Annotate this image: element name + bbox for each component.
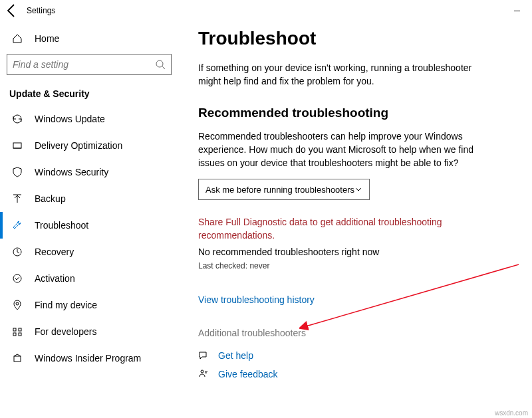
section-title: Update & Security (9, 88, 172, 99)
minimize-icon (513, 7, 521, 15)
nav-label: Find my device (35, 300, 97, 310)
back-button[interactable] (4, 3, 20, 19)
sidebar: Home Update & Security Windows Update De… (0, 21, 178, 418)
location-icon (12, 300, 23, 310)
developers-icon (12, 326, 23, 337)
nav-label: Troubleshoot (35, 220, 88, 231)
minimize-button[interactable] (501, 0, 532, 21)
nav-label: Windows Security (35, 167, 108, 177)
window-title: Settings (27, 6, 55, 15)
svg-point-8 (13, 274, 21, 282)
wrench-icon (12, 220, 23, 231)
feedback-icon (198, 369, 209, 379)
get-help-link[interactable]: Get help (198, 350, 512, 361)
check-circle-icon (12, 273, 23, 284)
nav-label: Windows Update (35, 114, 105, 124)
delivery-icon (12, 140, 23, 151)
nav-label: Windows Insider Program (35, 353, 141, 364)
nav-label: For developers (35, 326, 96, 337)
search-icon (155, 59, 166, 70)
sidebar-item-recovery[interactable]: Recovery (7, 239, 172, 265)
dropdown-value: Ask me before running troubleshooters (205, 185, 354, 195)
history-link[interactable]: View troubleshooting history (198, 294, 315, 305)
nav-label: Backup (35, 193, 66, 204)
svg-point-1 (156, 60, 163, 67)
main-content: Troubleshoot If something on your device… (178, 21, 532, 418)
titlebar: Settings (0, 0, 532, 21)
home-nav[interactable]: Home (7, 27, 172, 50)
package-icon (12, 353, 23, 364)
chevron-down-icon (354, 185, 362, 193)
nav-label: Recovery (35, 247, 74, 257)
attribution: wsxdn.com (495, 409, 528, 417)
sidebar-item-delivery-optimization[interactable]: Delivery Optimization (7, 132, 172, 159)
svg-rect-3 (13, 143, 21, 148)
svg-point-15 (201, 370, 203, 373)
shield-icon (12, 167, 23, 177)
page-title: Troubleshoot (198, 28, 512, 49)
sidebar-item-activation[interactable]: Activation (7, 265, 172, 292)
recovery-icon (12, 247, 23, 257)
nav-list: Windows Update Delivery Optimization Win… (7, 106, 172, 371)
sidebar-item-troubleshoot[interactable]: Troubleshoot (7, 212, 172, 239)
svg-rect-13 (19, 333, 21, 336)
sync-icon (12, 114, 23, 124)
chat-icon (198, 350, 209, 361)
diagnostic-warning: Share Full Diagnostic data to get additi… (198, 216, 484, 242)
recommended-description: Recommended troubleshooters can help imp… (198, 130, 484, 170)
give-feedback-link[interactable]: Give feedback (198, 369, 512, 379)
sidebar-item-find-my-device[interactable]: Find my device (7, 292, 172, 318)
svg-rect-12 (13, 333, 16, 336)
sidebar-item-backup[interactable]: Backup (7, 185, 172, 212)
arrow-left-icon (4, 3, 20, 19)
get-help-label: Get help (218, 350, 253, 361)
search-input[interactable] (7, 54, 172, 75)
nav-label: Activation (35, 273, 75, 284)
recommended-heading: Recommended troubleshooting (198, 106, 512, 120)
search-field[interactable] (13, 59, 155, 70)
sidebar-item-windows-security[interactable]: Windows Security (7, 159, 172, 185)
sidebar-item-windows-update[interactable]: Windows Update (7, 106, 172, 132)
svg-rect-14 (14, 356, 21, 362)
nav-label: Delivery Optimization (35, 140, 122, 151)
home-icon (12, 33, 23, 44)
svg-point-9 (16, 302, 19, 305)
last-checked-text: Last checked: never (198, 261, 512, 270)
sidebar-item-insider-program[interactable]: Windows Insider Program (7, 345, 172, 371)
svg-rect-11 (19, 328, 21, 331)
troubleshoot-preference-dropdown[interactable]: Ask me before running troubleshooters (198, 179, 370, 200)
backup-icon (12, 193, 23, 204)
svg-line-2 (162, 66, 165, 69)
give-feedback-label: Give feedback (218, 369, 278, 379)
no-recommended-text: No recommended troubleshooters right now (198, 247, 512, 257)
home-label: Home (35, 33, 59, 44)
sidebar-item-for-developers[interactable]: For developers (7, 318, 172, 345)
svg-rect-10 (13, 328, 16, 331)
intro-text: If something on your device isn't workin… (198, 61, 484, 88)
additional-troubleshooters-link[interactable]: Additional troubleshooters (198, 328, 512, 338)
